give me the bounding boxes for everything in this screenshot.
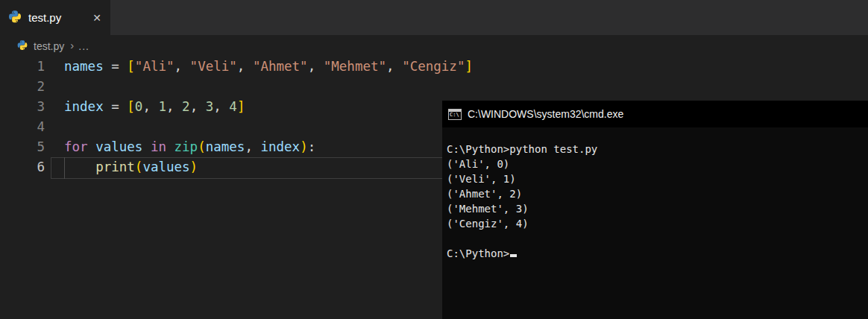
breadcrumb-ellipsis[interactable]: ... — [78, 40, 89, 52]
code-text: index = [0, 1, 2, 3, 4] — [45, 97, 245, 117]
cmd-prompt-icon: C:\ — [448, 109, 462, 120]
tab-test-py[interactable]: test.py ✕ — [0, 0, 110, 35]
line-number: 1 — [0, 57, 45, 77]
vscode-window: test.py ✕ test.py › ... 1names = ["Ali",… — [0, 0, 868, 319]
line-number: 3 — [0, 97, 45, 117]
code-line: 1names = ["Ali", "Veli", "Ahmet", "Mehme… — [0, 57, 868, 77]
breadcrumb-file[interactable]: test.py — [34, 40, 64, 52]
python-icon — [16, 40, 28, 52]
python-icon — [7, 10, 22, 25]
line-number: 2 — [0, 77, 45, 97]
cmd-window: C:\ C:\WINDOWS\system32\cmd.exe C:\Pytho… — [442, 101, 868, 319]
terminal-cursor — [510, 254, 517, 257]
cmd-prompt: C:\Python> — [447, 247, 509, 259]
indent-guide — [64, 157, 65, 179]
code-text — [45, 117, 64, 137]
breadcrumb: test.py › ... — [0, 35, 868, 57]
cmd-output[interactable]: C:\Python>python test.py('Ali', 0)('Veli… — [442, 127, 868, 261]
code-line: 2 — [0, 77, 868, 97]
terminal-line: ('Cengiz', 4) — [447, 216, 868, 231]
terminal-line: ('Ali', 0) — [447, 157, 868, 171]
terminal-lines: C:\Python>python test.py('Ali', 0)('Veli… — [447, 142, 868, 246]
terminal-line: ('Ahmet', 2) — [447, 186, 868, 201]
terminal-line: ('Veli', 1) — [447, 171, 868, 186]
code-text: names = ["Ali", "Veli", "Ahmet", "Mehmet… — [45, 57, 473, 77]
line-number: 4 — [0, 117, 45, 137]
tab-close-icon[interactable]: ✕ — [91, 11, 103, 25]
cmd-titlebar[interactable]: C:\ C:\WINDOWS\system32\cmd.exe — [442, 101, 868, 127]
tab-label: test.py — [28, 11, 61, 24]
terminal-line: ('Mehmet', 3) — [447, 201, 868, 216]
line-number: 6 — [0, 157, 45, 177]
line-number: 5 — [0, 137, 45, 157]
cmd-window-title: C:\WINDOWS\system32\cmd.exe — [468, 108, 623, 120]
code-text — [45, 77, 64, 97]
terminal-line: C:\Python>python test.py — [447, 142, 868, 157]
tab-bar: test.py ✕ — [0, 0, 868, 35]
terminal-line — [447, 231, 868, 246]
code-text: for values in zip(names, index): — [45, 137, 315, 157]
chevron-right-icon: › — [70, 39, 74, 51]
terminal-prompt-line: C:\Python> — [447, 246, 868, 261]
